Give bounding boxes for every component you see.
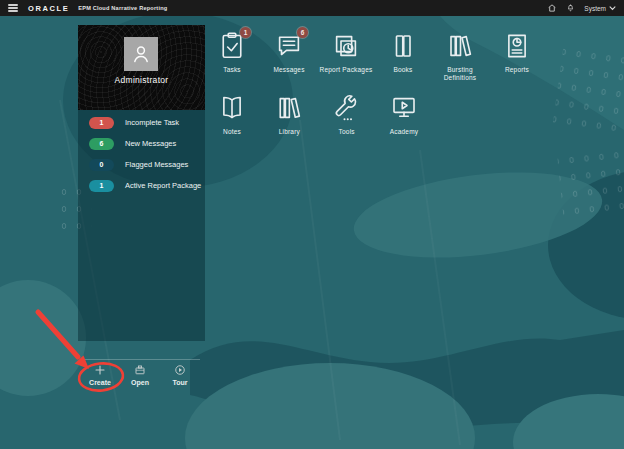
home-icon[interactable] (547, 3, 557, 13)
user-menu[interactable]: System (584, 5, 616, 12)
chevron-down-icon (609, 5, 616, 11)
tile-reports[interactable]: Reports (489, 31, 545, 82)
tile-label: Tools (339, 128, 355, 136)
status-count-badge: 1 (89, 180, 114, 192)
actions-divider (80, 359, 200, 360)
tile-label: Report Packages (320, 66, 373, 74)
books-icon (388, 31, 418, 61)
home-grid-row-1: 1 Tasks 6 Messages Rep (204, 31, 545, 82)
tile-label: Bursting Definitions (432, 66, 488, 82)
avatar (124, 37, 158, 71)
profile-card: Administrator (78, 25, 205, 110)
status-count-badge: 1 (89, 117, 114, 129)
tile-library[interactable]: Library (261, 93, 317, 136)
status-flagged-messages[interactable]: 0 Flagged Messages (78, 154, 205, 175)
status-count-badge: 0 (89, 159, 114, 171)
tile-notes[interactable]: Notes (204, 93, 260, 136)
reports-icon (502, 31, 532, 61)
tile-label: Notes (223, 128, 241, 136)
action-bar: Create Open Tour (80, 364, 200, 386)
tasks-badge: 1 (240, 27, 251, 38)
open-button[interactable]: Open (120, 364, 160, 386)
notes-icon (217, 93, 247, 123)
tile-label: Tasks (223, 66, 241, 74)
profile-name: Administrator (78, 75, 205, 85)
person-icon (129, 42, 153, 66)
tour-icon (174, 364, 186, 376)
tile-label: Books (393, 66, 412, 74)
plus-icon (94, 364, 106, 376)
oracle-logo: ORACLE (28, 4, 69, 13)
open-icon (134, 364, 146, 376)
tour-button[interactable]: Tour (160, 364, 200, 386)
action-label: Create (89, 379, 111, 386)
status-active-report-package[interactable]: 1 Active Report Package (78, 175, 205, 196)
tile-bursting-definitions[interactable]: Bursting Definitions (432, 31, 488, 82)
tile-label: Messages (273, 66, 304, 74)
tile-label: Academy (390, 128, 419, 136)
action-label: Open (131, 379, 149, 386)
top-bar: ORACLE EPM Cloud Narrative Reporting Sys… (0, 0, 624, 16)
action-label: Tour (172, 379, 187, 386)
tile-label: Library (279, 128, 300, 136)
home-grid-row-2: Notes Library Tools (204, 93, 432, 136)
tools-icon (332, 93, 362, 123)
app-title: EPM Cloud Narrative Reporting (78, 5, 167, 11)
tile-books[interactable]: Books (375, 31, 431, 82)
create-button[interactable]: Create (80, 364, 120, 386)
narrative-reporting-home: ORACLE EPM Cloud Narrative Reporting Sys… (0, 0, 624, 449)
tile-tasks[interactable]: 1 Tasks (204, 31, 260, 82)
status-incomplete-tasks[interactable]: 1 Incomplete Task (78, 112, 205, 133)
status-count-badge: 6 (89, 138, 114, 150)
tile-report-packages[interactable]: Report Packages (318, 31, 374, 82)
academy-icon (389, 93, 419, 123)
status-list: 1 Incomplete Task 6 New Messages 0 Flagg… (78, 112, 205, 196)
topbar-right: System (547, 3, 616, 13)
status-new-messages[interactable]: 6 New Messages (78, 133, 205, 154)
messages-badge: 6 (297, 27, 308, 38)
tile-academy[interactable]: Academy (376, 93, 432, 136)
tile-label: Reports (505, 66, 529, 74)
status-label: Flagged Messages (125, 160, 188, 169)
status-label: Incomplete Task (125, 118, 179, 127)
tile-tools[interactable]: Tools (319, 93, 375, 136)
bursting-definitions-icon (445, 31, 475, 61)
library-icon (274, 93, 304, 123)
user-menu-label: System (584, 5, 606, 12)
tile-messages[interactable]: 6 Messages (261, 31, 317, 82)
status-label: New Messages (125, 139, 176, 148)
notifications-icon[interactable] (566, 3, 575, 13)
status-label: Active Report Package (125, 181, 201, 190)
report-packages-icon (331, 31, 361, 61)
menu-icon[interactable] (8, 4, 18, 11)
